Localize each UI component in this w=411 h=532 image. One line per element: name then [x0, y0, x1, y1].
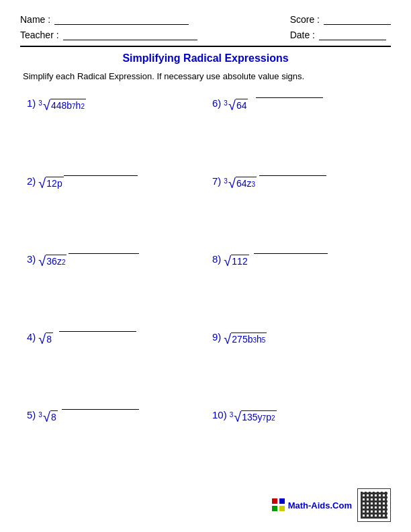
name-line [54, 13, 189, 25]
problem-7: 7) 3 √ 64z3 [205, 169, 391, 247]
problem-6: 6) 3 √ 64 [205, 91, 391, 169]
problem-3-content: 36z2 [46, 255, 66, 267]
date-field: Date : [290, 29, 391, 40]
problem-9-symbol: √ [224, 332, 231, 346]
problem-2-symbol: √ [38, 177, 46, 190]
problem-8-symbol: √ [224, 255, 231, 268]
problem-6-number: 6) [212, 97, 221, 109]
problem-9-number: 9) [212, 331, 221, 343]
problem-7-number: 7) [212, 175, 221, 187]
problem-2-number: 2) [27, 175, 36, 187]
score-label: Score : [290, 14, 320, 25]
teacher-line [63, 29, 197, 40]
math-aids-logo: Math-Aids.Com [272, 498, 352, 512]
problem-5-content: 8 [50, 410, 58, 423]
problem-2-radical: √ 12p [38, 177, 63, 190]
score-line [324, 13, 391, 25]
worksheet-page: Name : Teacher : Score : Date : Simplify… [0, 0, 411, 532]
problem-4-radical: √ 8 [38, 332, 53, 346]
problem-4: 4) √ 8 [20, 324, 205, 402]
instructions: Simplify each Radical Expression. If nec… [20, 71, 391, 81]
logo-sq-yellow [279, 506, 285, 511]
problem-3-radical: √ 36z2 [38, 255, 66, 268]
problem-4-number: 4) [27, 331, 36, 343]
qr-code [357, 488, 391, 522]
problem-10-symbol: √ [234, 410, 241, 424]
problem-4-content: 8 [46, 332, 53, 345]
problem-4-answer-line [59, 331, 136, 332]
problem-9-radical: √ 275b3h5 [224, 332, 267, 346]
problem-7-index: 3 [224, 178, 228, 185]
problem-8-number: 8) [212, 253, 221, 265]
problem-5-number: 5) [27, 409, 36, 420]
logo-sq-red [272, 498, 277, 504]
problem-5-answer-line [62, 409, 139, 410]
problem-3: 3) √ 36z2 [20, 247, 205, 324]
problem-3-answer-line [68, 253, 139, 254]
problem-9-content: 275b3h5 [231, 332, 267, 345]
problem-5-radical: 3 √ 8 [38, 410, 57, 424]
problem-7-symbol: √ [228, 177, 236, 190]
header: Name : Teacher : Score : Date : [20, 13, 391, 40]
logo-squares [272, 498, 285, 512]
problem-10-number: 10) [212, 409, 227, 420]
teacher-field: Teacher : [20, 29, 197, 40]
name-label: Name : [20, 14, 50, 25]
problem-10-content: 135y7p2 [241, 410, 276, 423]
header-right: Score : Date : [290, 13, 391, 40]
name-field: Name : [20, 13, 197, 25]
teacher-label: Teacher : [20, 30, 59, 40]
problem-6-symbol: √ [228, 99, 236, 112]
problem-7-content: 64z3 [236, 177, 257, 189]
problem-10-radical: 3 √ 135y7p2 [230, 410, 277, 424]
problem-8-content: 112 [231, 255, 248, 267]
problem-6-radical: 3 √ 64 [224, 99, 248, 112]
problem-8: 8) √ 112 [205, 247, 391, 324]
problem-1-index: 3 [38, 100, 42, 107]
score-field: Score : [290, 13, 391, 25]
problem-6-index: 3 [224, 100, 228, 107]
problem-6-content: 64 [236, 99, 248, 112]
problem-3-symbol: √ [38, 255, 46, 268]
date-line [319, 29, 386, 40]
problem-5: 5) 3 √ 8 [20, 402, 205, 480]
problem-1-number: 1) [27, 97, 36, 109]
problem-2-answer-line [64, 175, 138, 176]
problem-10: 10) 3 √ 135y7p2 [205, 402, 391, 480]
worksheet-title: Simplifying Radical Expressions [20, 52, 391, 64]
problem-2: 2) √ 12p [20, 169, 205, 247]
problems-grid: 1) 3 √ 448b7h2 6) 3 √ 64 2) √ 12p [20, 91, 391, 480]
problem-1: 1) 3 √ 448b7h2 [20, 91, 205, 169]
problem-8-answer-line [254, 253, 328, 254]
math-aids-text: Math-Aids.Com [288, 500, 352, 511]
problem-4-symbol: √ [38, 332, 46, 346]
problem-9: 9) √ 275b3h5 [205, 324, 391, 402]
header-left: Name : Teacher : [20, 13, 197, 40]
problem-8-radical: √ 112 [224, 255, 248, 268]
logo-sq-green [272, 506, 277, 511]
footer: Math-Aids.Com [272, 488, 391, 522]
problem-6-answer-line [256, 97, 323, 98]
problem-1-content: 448b7h2 [50, 99, 86, 112]
header-divider [20, 46, 391, 47]
problem-1-symbol: √ [43, 99, 50, 112]
problem-5-symbol: √ [43, 410, 50, 424]
date-label: Date : [290, 30, 315, 40]
problem-1-radical: 3 √ 448b7h2 [38, 99, 86, 112]
logo-sq-blue [279, 498, 285, 504]
problem-3-number: 3) [27, 253, 36, 265]
problem-10-index: 3 [230, 412, 234, 418]
problem-7-radical: 3 √ 64z3 [224, 177, 257, 190]
problem-7-answer-line [259, 175, 326, 176]
problem-2-content: 12p [46, 177, 63, 189]
problem-5-index: 3 [38, 412, 42, 418]
